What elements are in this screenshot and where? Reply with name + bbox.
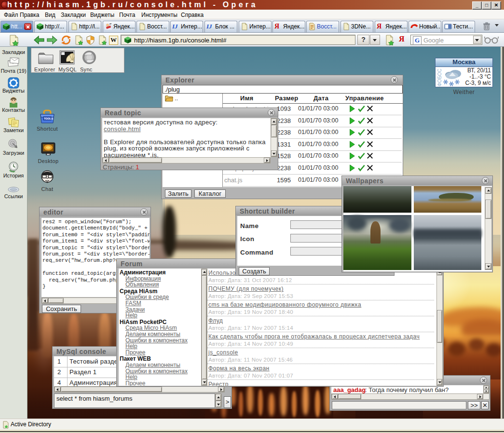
svg-text:TOOLS: TOOLS	[44, 117, 53, 120]
